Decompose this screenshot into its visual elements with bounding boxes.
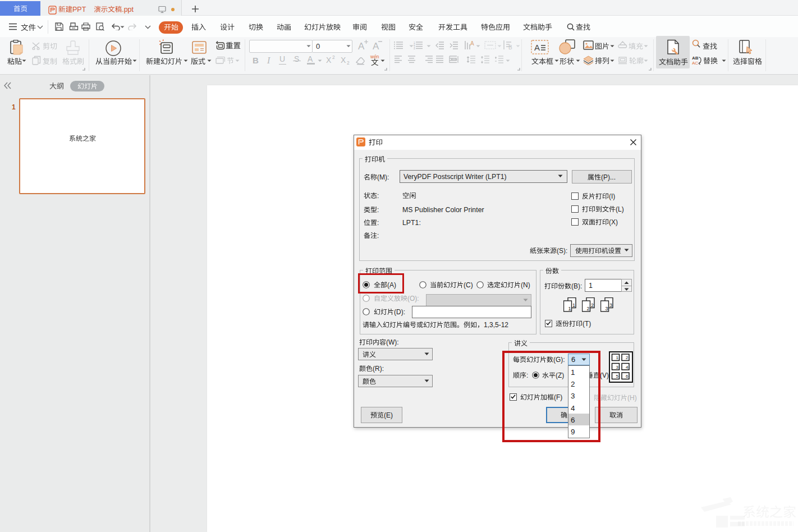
svg-text:(M):: (M): bbox=[377, 173, 389, 181]
svg-text:(B):: (B): bbox=[571, 282, 582, 290]
svg-text:3: 3 bbox=[616, 365, 619, 370]
svg-text:X: X bbox=[326, 56, 332, 65]
svg-text:VeryPDF Postscript Writer (LPT: VeryPDF Postscript Writer (LPT1) bbox=[403, 173, 507, 181]
svg-text::: : bbox=[377, 219, 379, 227]
svg-text::: : bbox=[377, 206, 379, 214]
svg-text:4: 4 bbox=[626, 365, 629, 370]
svg-text:(L): (L) bbox=[616, 205, 624, 213]
svg-text:(E): (E) bbox=[384, 411, 393, 419]
svg-text:(X): (X) bbox=[609, 218, 618, 226]
svg-text:1,3,5-12: 1,3,5-12 bbox=[484, 321, 508, 329]
svg-text:1: 1 bbox=[572, 302, 575, 308]
svg-text:AB: AB bbox=[692, 56, 699, 61]
svg-text:(H): (H) bbox=[627, 394, 637, 402]
svg-text:2: 2 bbox=[591, 302, 594, 308]
svg-text:(O):: (O): bbox=[407, 295, 419, 302]
svg-text:2: 2 bbox=[347, 60, 350, 66]
svg-text:0: 0 bbox=[316, 42, 320, 51]
svg-text:(T): (T) bbox=[583, 320, 591, 328]
svg-text:B: B bbox=[508, 44, 512, 50]
svg-text:6: 6 bbox=[626, 374, 629, 379]
svg-text:AC: AC bbox=[692, 61, 698, 65]
svg-text:A: A bbox=[534, 43, 540, 52]
svg-text::: : bbox=[377, 192, 379, 200]
svg-text:U: U bbox=[279, 54, 285, 63]
svg-text:(W):: (W): bbox=[386, 338, 399, 346]
svg-text::: : bbox=[377, 232, 379, 240]
svg-text:5: 5 bbox=[616, 374, 619, 379]
svg-text:PPT: PPT bbox=[72, 6, 86, 13]
svg-text:X: X bbox=[341, 56, 346, 65]
svg-text:(V): (V) bbox=[600, 372, 609, 379]
svg-text:2: 2 bbox=[587, 306, 590, 311]
svg-text:4: 4 bbox=[414, 48, 415, 49]
svg-text:A: A bbox=[373, 41, 379, 52]
svg-text:(C): (C) bbox=[464, 281, 473, 289]
svg-text:S: S bbox=[294, 54, 299, 63]
svg-text:3: 3 bbox=[609, 302, 612, 308]
svg-text:B: B bbox=[253, 56, 259, 65]
svg-text:LPT1:: LPT1: bbox=[402, 219, 421, 227]
svg-text:2: 2 bbox=[626, 355, 629, 360]
svg-text:1: 1 bbox=[589, 282, 593, 290]
svg-text:2: 2 bbox=[332, 54, 335, 60]
svg-text:3: 3 bbox=[606, 306, 608, 311]
svg-text:A: A bbox=[470, 40, 474, 47]
svg-text:(N): (N) bbox=[521, 281, 530, 289]
svg-text:1: 1 bbox=[616, 355, 619, 360]
svg-text:(I): (I) bbox=[609, 192, 615, 200]
svg-text:MS Publisher Color Printer: MS Publisher Color Printer bbox=[402, 206, 484, 214]
svg-text:.ppt: .ppt bbox=[122, 6, 134, 13]
svg-text:(P)...: (P)... bbox=[601, 173, 616, 181]
svg-text:(S):: (S): bbox=[557, 247, 567, 255]
svg-text:(D):: (D): bbox=[394, 308, 405, 316]
svg-text:(R):: (R): bbox=[373, 365, 384, 373]
svg-text:1: 1 bbox=[12, 103, 16, 111]
svg-text:1: 1 bbox=[568, 306, 571, 311]
